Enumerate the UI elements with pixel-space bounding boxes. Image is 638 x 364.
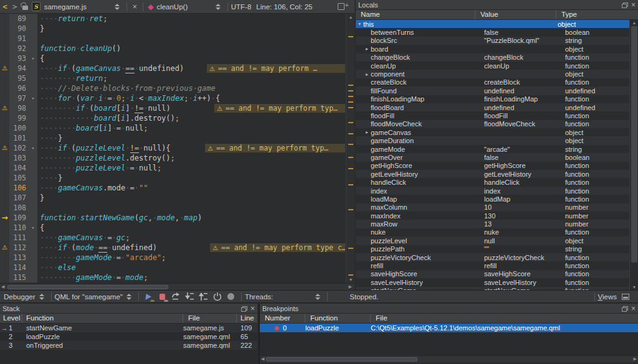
chevron-right-icon[interactable]: ▸ xyxy=(363,72,371,77)
line-number[interactable]: 102 xyxy=(9,143,29,153)
fold-marker-icon[interactable]: ▾ xyxy=(29,143,37,153)
close-icon[interactable]: × xyxy=(250,306,255,312)
locals-row[interactable]: maxIndex130number xyxy=(356,212,629,220)
line-number[interactable]: 104 xyxy=(9,163,29,173)
warning-mark[interactable] xyxy=(348,274,353,276)
undock-icon[interactable] xyxy=(622,2,627,7)
locals-row[interactable]: floodBoardundefinedundefined xyxy=(356,103,629,111)
line-number[interactable]: 99 xyxy=(9,113,29,123)
code-line[interactable]: 115········gameMode·=·mode; xyxy=(0,273,346,282)
vscroll-thumb[interactable] xyxy=(631,26,637,263)
code-line[interactable]: 108 xyxy=(0,203,346,213)
warning-mark[interactable] xyxy=(348,184,353,185)
line-number[interactable]: 96 xyxy=(9,83,29,93)
scroll-up-icon[interactable]: ▲ xyxy=(346,15,355,19)
close-icon[interactable]: × xyxy=(631,306,636,312)
scroll-right-icon[interactable]: ▶ xyxy=(634,357,637,362)
line-number[interactable]: 109 xyxy=(9,213,29,223)
stack-col-file[interactable]: File xyxy=(183,314,237,323)
lock-icon[interactable] xyxy=(22,6,28,10)
locals-row[interactable]: loadMaploadMapfunction xyxy=(356,195,629,203)
breakpoints-horizontal-scrollbar[interactable]: ◀ ▶ xyxy=(260,355,638,363)
line-number[interactable]: 115 xyxy=(9,273,29,282)
code-line[interactable]: 99············board[i].destroy(); xyxy=(0,113,346,123)
locals-row[interactable]: cleanUpcleanUpfunction xyxy=(356,62,629,70)
editor-horizontal-scrollbar[interactable]: ◀ ▶ xyxy=(0,283,355,290)
exec-pointer-icon[interactable]: → xyxy=(0,213,9,223)
locals-row[interactable]: ▾thisobject xyxy=(356,20,629,28)
warning-mark[interactable] xyxy=(348,96,353,97)
record-button[interactable] xyxy=(226,292,237,302)
stack-col-line[interactable]: Line xyxy=(237,314,257,323)
code-line[interactable]: 100········board[i]·=·null; xyxy=(0,123,346,133)
locals-row[interactable]: puzzlePath""string xyxy=(356,245,629,253)
warning-mark[interactable] xyxy=(348,168,353,169)
locals-row[interactable]: ▸boardobject xyxy=(356,45,629,53)
line-number[interactable]: 106 xyxy=(9,183,29,193)
code-line[interactable]: 113········gameMode·=·"arcade"; xyxy=(0,253,346,263)
code-line[interactable]: 92function·cleanUp() xyxy=(0,44,346,54)
fold-marker-icon[interactable]: ▾ xyxy=(29,93,37,103)
warning-mark[interactable] xyxy=(348,209,353,210)
chevron-right-icon[interactable]: ▸ xyxy=(363,46,371,52)
locals-row[interactable]: saveHighScoresaveHighScorefunction xyxy=(356,270,629,278)
locals-row[interactable]: nukenukefunction xyxy=(356,228,629,236)
line-number[interactable]: 111 xyxy=(9,233,29,243)
code-line[interactable]: 106····gameCanvas.mode·=·"" xyxy=(0,183,346,193)
stack-frame-row[interactable]: →1startNewGamesamegame.js109 xyxy=(0,324,257,332)
step-over-button[interactable] xyxy=(171,292,182,302)
warning-mark[interactable] xyxy=(348,101,353,103)
hscroll-thumb[interactable] xyxy=(266,357,417,362)
breakpoint-row[interactable]: 0loadPuzzleC:\Qt5\Examples\Qt-5.12.1\dem… xyxy=(260,324,638,332)
open-file-name[interactable]: samegame.js xyxy=(44,3,87,11)
warning-mark[interactable] xyxy=(348,133,353,134)
restart-button[interactable] xyxy=(212,292,223,302)
locals-row[interactable]: floodMoveCheckfloodMoveCheckfunction xyxy=(356,120,629,128)
code-line[interactable]: 96····//·Delete·blocks·from·previous·gam… xyxy=(0,83,346,93)
close-document-icon[interactable]: × xyxy=(130,2,140,11)
nav-back-icon[interactable]: < xyxy=(0,2,10,11)
code-line[interactable]: ⚠94····if·(gameCanvas·==·undefined)⚠== a… xyxy=(0,63,346,73)
locals-row[interactable]: indexindexfunction xyxy=(356,187,629,195)
views-panel-icon[interactable] xyxy=(622,294,629,300)
warning-mark[interactable] xyxy=(348,157,353,158)
code-line[interactable]: 105····} xyxy=(0,173,346,183)
code-line[interactable]: →109function·startNewGame(gc,·mode,·map) xyxy=(0,213,346,223)
locals-row[interactable]: changeBlockchangeBlockfunction xyxy=(356,54,629,62)
stack-frame-row[interactable]: 3onTriggeredsamegame.qml222 xyxy=(0,341,257,350)
locals-row[interactable]: getHighScoregetHighScorefunction xyxy=(356,162,629,170)
locals-row[interactable]: ▸gameCanvasobject xyxy=(356,128,629,136)
locals-scrollbar[interactable]: ▲ ▼ xyxy=(629,20,638,290)
nav-forward-icon[interactable]: > xyxy=(10,2,20,11)
locals-row[interactable]: createBlockcreateBlockfunction xyxy=(356,78,629,86)
locals-row[interactable]: gameMode"arcade"string xyxy=(356,145,629,153)
line-number[interactable]: 94 xyxy=(9,63,29,73)
close-icon[interactable]: × xyxy=(631,2,636,8)
breakpoint-dot-icon[interactable] xyxy=(275,326,279,330)
warning-mark[interactable] xyxy=(348,85,353,86)
code-editor[interactable]: 89····return·ret;90}9192function·cleanUp… xyxy=(0,14,346,283)
warning-mark[interactable] xyxy=(348,248,353,249)
threads-combo-arrows-icon[interactable] xyxy=(315,294,320,300)
locals-row[interactable]: puzzleLevelnullobject xyxy=(356,236,629,245)
line-number[interactable]: 92 xyxy=(9,44,29,54)
locals-row[interactable]: blockSrc"PuzzleBlock.qml"string xyxy=(356,37,629,45)
line-number[interactable]: 113 xyxy=(9,253,29,263)
line-number[interactable]: 105 xyxy=(9,173,29,183)
code-line[interactable]: ⚠112····if·(mode·==·undefined)⚠== and !=… xyxy=(0,243,346,253)
step-out-button[interactable] xyxy=(198,292,209,302)
editor-vertical-scrollbar[interactable]: ▲ ▼ xyxy=(346,14,355,283)
fold-marker-icon[interactable]: ▾ xyxy=(29,54,37,63)
split-editor-icon[interactable] xyxy=(338,3,345,10)
symbol-dropdown-icon[interactable] xyxy=(216,4,221,10)
line-number[interactable]: 101 xyxy=(9,133,29,143)
debugger-combo-arrows-icon[interactable] xyxy=(39,294,44,300)
code-line[interactable]: ⚠102▾····if·(puzzleLevel·!=·null){⚠== an… xyxy=(0,143,346,153)
scroll-left-icon[interactable]: ◀ xyxy=(261,357,264,362)
step-into-button[interactable] xyxy=(184,292,196,302)
fold-marker-icon[interactable]: ▾ xyxy=(29,223,37,233)
scroll-down-icon[interactable]: ▼ xyxy=(630,285,638,289)
stack-col-function[interactable]: Function xyxy=(22,314,183,323)
code-line[interactable]: 95········return; xyxy=(0,73,346,83)
line-number[interactable]: 114 xyxy=(9,263,29,273)
